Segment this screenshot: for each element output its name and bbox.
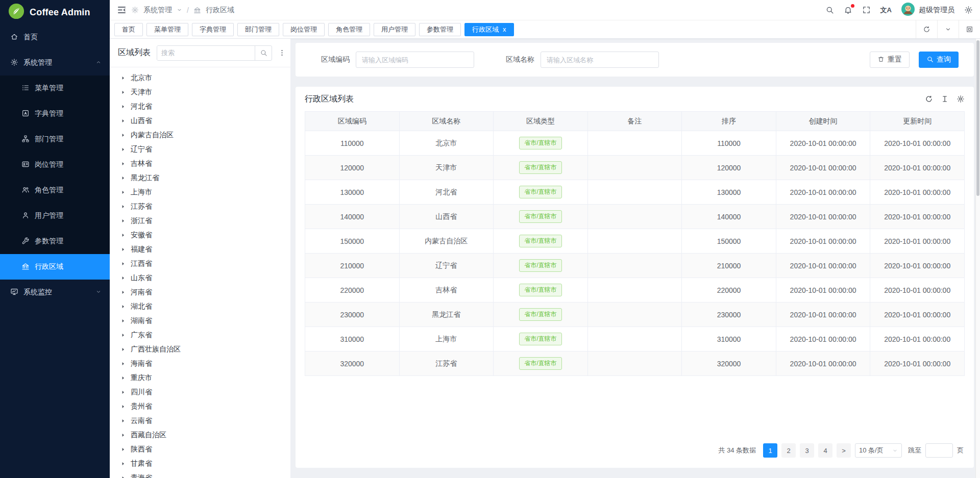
sidebar-item-菜单管理[interactable]: 菜单管理 bbox=[0, 76, 110, 101]
caret-right-icon[interactable] bbox=[120, 161, 126, 166]
tab-角色管理[interactable]: 角色管理 bbox=[328, 23, 370, 36]
close-icon[interactable]: x bbox=[503, 26, 506, 33]
tab-部门管理[interactable]: 部门管理 bbox=[237, 23, 279, 36]
table-row[interactable]: 220000吉林省省市/直辖市2200002020-10-01 00:00:00… bbox=[305, 278, 965, 303]
page-button-1[interactable]: 1 bbox=[763, 443, 777, 458]
table-row[interactable]: 230000黑龙江省省市/直辖市2300002020-10-01 00:00:0… bbox=[305, 303, 965, 327]
jump-page-input[interactable] bbox=[925, 443, 953, 458]
tree-item-湖北省[interactable]: 湖北省 bbox=[110, 299, 290, 314]
tab-用户管理[interactable]: 用户管理 bbox=[374, 23, 415, 36]
tree-item-辽宁省[interactable]: 辽宁省 bbox=[110, 142, 290, 157]
user-chip[interactable]: 超级管理员 bbox=[901, 3, 954, 18]
page-size-select[interactable]: 10 条/页 bbox=[855, 443, 902, 458]
tree-item-重庆市[interactable]: 重庆市 bbox=[110, 371, 290, 385]
caret-right-icon[interactable] bbox=[120, 404, 126, 409]
tab-参数管理[interactable]: 参数管理 bbox=[419, 23, 461, 36]
fullscreen-icon[interactable] bbox=[862, 6, 871, 14]
tree-item-北京市[interactable]: 北京市 bbox=[110, 71, 290, 85]
tree-item-贵州省[interactable]: 贵州省 bbox=[110, 399, 290, 414]
page-button-4[interactable]: 4 bbox=[818, 443, 832, 458]
caret-right-icon[interactable] bbox=[120, 290, 126, 295]
notification-bell-icon[interactable] bbox=[844, 6, 852, 14]
caret-right-icon[interactable] bbox=[120, 175, 126, 181]
caret-right-icon[interactable] bbox=[120, 361, 126, 366]
tree-item-四川省[interactable]: 四川省 bbox=[110, 385, 290, 399]
caret-right-icon[interactable] bbox=[120, 204, 126, 209]
breadcrumb-section[interactable]: 系统管理 bbox=[143, 6, 172, 15]
caret-right-icon[interactable] bbox=[120, 76, 126, 81]
region-code-input[interactable] bbox=[356, 52, 474, 68]
tab-菜单管理[interactable]: 菜单管理 bbox=[146, 23, 188, 36]
tree-item-河南省[interactable]: 河南省 bbox=[110, 285, 290, 299]
search-icon[interactable] bbox=[825, 6, 834, 14]
table-row[interactable]: 120000天津市省市/直辖市1200002020-10-01 00:00:00… bbox=[305, 156, 965, 180]
tab-岗位管理[interactable]: 岗位管理 bbox=[283, 23, 325, 36]
caret-right-icon[interactable] bbox=[120, 190, 126, 195]
tree-item-内蒙古自治区[interactable]: 内蒙古自治区 bbox=[110, 128, 290, 142]
caret-right-icon[interactable] bbox=[120, 390, 126, 395]
tree-item-云南省[interactable]: 云南省 bbox=[110, 414, 290, 428]
sidebar-item-岗位管理[interactable]: 岗位管理 bbox=[0, 152, 110, 178]
caret-right-icon[interactable] bbox=[120, 133, 126, 138]
page-button-2[interactable]: 2 bbox=[781, 443, 796, 458]
menu-fold-icon[interactable] bbox=[117, 5, 127, 15]
tree-search-input[interactable] bbox=[157, 46, 255, 60]
search-icon[interactable] bbox=[255, 46, 272, 60]
table-row[interactable]: 130000河北省省市/直辖市1300002020-10-01 00:00:00… bbox=[305, 180, 965, 205]
caret-right-icon[interactable] bbox=[120, 475, 126, 478]
tree-item-浙江省[interactable]: 浙江省 bbox=[110, 214, 290, 228]
next-page-button[interactable]: > bbox=[837, 443, 851, 458]
table-row[interactable]: 320000江苏省省市/直辖市3200002020-10-01 00:00:00… bbox=[305, 351, 965, 376]
caret-right-icon[interactable] bbox=[120, 104, 126, 109]
tab-首页[interactable]: 首页 bbox=[114, 23, 143, 36]
tree-item-山西省[interactable]: 山西省 bbox=[110, 114, 290, 128]
kebab-menu-icon[interactable] bbox=[278, 49, 286, 57]
sidebar-section-monitor[interactable]: 系统监控 bbox=[0, 280, 110, 305]
caret-right-icon[interactable] bbox=[120, 418, 126, 423]
tab-行政区域[interactable]: 行政区域x bbox=[464, 23, 514, 36]
caret-right-icon[interactable] bbox=[120, 461, 126, 466]
tree-item-黑龙江省[interactable]: 黑龙江省 bbox=[110, 171, 290, 185]
tree-item-安徽省[interactable]: 安徽省 bbox=[110, 228, 290, 242]
caret-right-icon[interactable] bbox=[120, 447, 126, 452]
region-name-input[interactable] bbox=[541, 52, 659, 68]
tree-item-上海市[interactable]: 上海市 bbox=[110, 185, 290, 199]
translate-icon[interactable]: 文A bbox=[880, 6, 892, 15]
caret-right-icon[interactable] bbox=[120, 333, 126, 338]
page-button-3[interactable]: 3 bbox=[800, 443, 814, 458]
tree-item-广西壮族自治区[interactable]: 广西壮族自治区 bbox=[110, 342, 290, 357]
caret-right-icon[interactable] bbox=[120, 347, 126, 352]
chevron-down-icon[interactable] bbox=[937, 20, 959, 38]
caret-right-icon[interactable] bbox=[120, 275, 126, 281]
caret-right-icon[interactable] bbox=[120, 433, 126, 438]
tree-item-甘肃省[interactable]: 甘肃省 bbox=[110, 457, 290, 471]
tree-item-河北省[interactable]: 河北省 bbox=[110, 99, 290, 114]
tree-item-福建省[interactable]: 福建省 bbox=[110, 242, 290, 257]
tree-item-广东省[interactable]: 广东省 bbox=[110, 328, 290, 342]
tree-item-山东省[interactable]: 山东省 bbox=[110, 271, 290, 285]
table-row[interactable]: 140000山西省省市/直辖市1400002020-10-01 00:00:00… bbox=[305, 205, 965, 229]
caret-right-icon[interactable] bbox=[120, 218, 126, 223]
table-row[interactable]: 110000北京市省市/直辖市1100002020-10-01 00:00:00… bbox=[305, 131, 965, 156]
sidebar-item-参数管理[interactable]: 参数管理 bbox=[0, 229, 110, 254]
sidebar-item-部门管理[interactable]: 部门管理 bbox=[0, 127, 110, 152]
table-row[interactable]: 210000辽宁省省市/直辖市2100002020-10-01 00:00:00… bbox=[305, 254, 965, 278]
caret-right-icon[interactable] bbox=[120, 233, 126, 238]
tree-item-天津市[interactable]: 天津市 bbox=[110, 85, 290, 99]
caret-right-icon[interactable] bbox=[120, 304, 126, 309]
tree-item-海南省[interactable]: 海南省 bbox=[110, 357, 290, 371]
tree-item-陕西省[interactable]: 陕西省 bbox=[110, 442, 290, 457]
tab-字典管理[interactable]: 字典管理 bbox=[192, 23, 234, 36]
refresh-icon[interactable] bbox=[916, 20, 937, 38]
window-scrollbar[interactable] bbox=[975, 39, 980, 478]
caret-right-icon[interactable] bbox=[120, 147, 126, 152]
refresh-icon[interactable] bbox=[925, 95, 933, 103]
sidebar-item-角色管理[interactable]: 角色管理 bbox=[0, 178, 110, 203]
caret-right-icon[interactable] bbox=[120, 118, 126, 123]
reset-button[interactable]: 重置 bbox=[870, 52, 910, 68]
maximize-icon[interactable] bbox=[959, 20, 980, 38]
tree-item-吉林省[interactable]: 吉林省 bbox=[110, 157, 290, 171]
sidebar-item-用户管理[interactable]: 用户管理 bbox=[0, 203, 110, 229]
sidebar-section-system[interactable]: 系统管理 bbox=[0, 50, 110, 76]
caret-right-icon[interactable] bbox=[120, 261, 126, 266]
